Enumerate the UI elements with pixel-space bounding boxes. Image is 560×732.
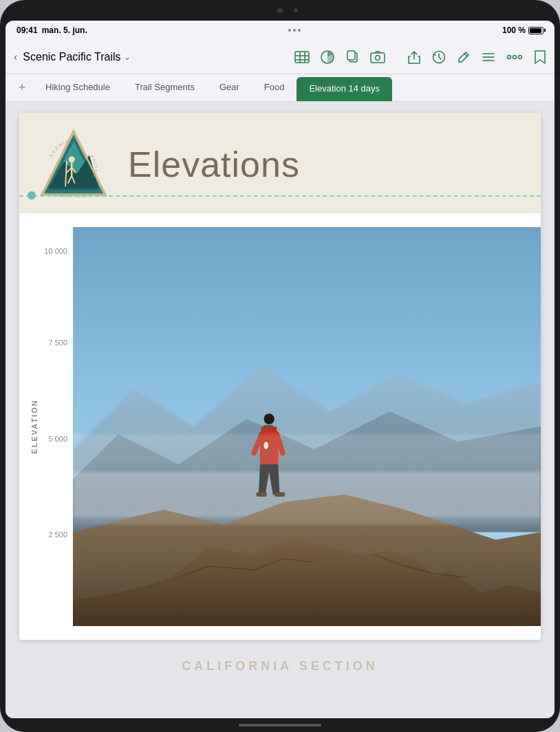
- status-left: 09:41 man. 5. jun.: [17, 25, 87, 35]
- page-container: TRAILS SCENIC PACIFIC: [19, 113, 541, 640]
- copy-icon[interactable]: [345, 50, 359, 64]
- dropdown-icon[interactable]: ⌄: [124, 52, 131, 62]
- tab-food[interactable]: Food: [252, 74, 297, 101]
- svg-rect-7: [347, 51, 355, 60]
- more-icon[interactable]: [506, 54, 523, 60]
- doc-title: Scenic Pacific Trails ⌄: [23, 51, 130, 63]
- battery-fill: [530, 28, 541, 33]
- tabs-bar: + Hiking Schedule Trail Segments Gear Fo…: [6, 74, 554, 102]
- status-bar: 09:41 man. 5. jun. 100 %: [6, 21, 554, 40]
- main-content[interactable]: TRAILS SCENIC PACIFIC: [6, 102, 554, 718]
- home-indicator[interactable]: [239, 724, 321, 726]
- tab-elevation-14-days[interactable]: Elevation 14 days: [297, 77, 392, 101]
- ipad-screen: 09:41 man. 5. jun. 100 % ‹ Scenic Pacifi…: [6, 21, 554, 718]
- svg-rect-8: [371, 53, 385, 63]
- dashed-line: [19, 195, 541, 197]
- logo-container: TRAILS SCENIC PACIFIC: [36, 127, 111, 202]
- bookmark-icon[interactable]: [534, 50, 546, 65]
- chart-icon[interactable]: [321, 50, 334, 64]
- history-icon[interactable]: [432, 50, 446, 64]
- svg-point-9: [376, 55, 380, 60]
- time: 09:41: [17, 25, 38, 35]
- add-tab-button[interactable]: +: [11, 74, 33, 101]
- toolbar-icons: [294, 50, 546, 65]
- date: man. 5. jun.: [42, 25, 87, 35]
- page-title: Elevations: [128, 144, 300, 185]
- share-icon[interactable]: [407, 50, 421, 65]
- battery-percent: 100 %: [502, 25, 526, 35]
- svg-rect-44: [73, 434, 541, 525]
- faceid-dot: [294, 8, 298, 12]
- pencil-icon[interactable]: [457, 50, 471, 64]
- svg-point-17: [519, 55, 522, 58]
- svg-point-39: [263, 413, 274, 424]
- doc-title-text: Scenic Pacific Trails: [23, 51, 120, 63]
- y-axis: ELEVATION 10 000 7 500 5 000 2 500: [25, 227, 73, 626]
- ipad-frame: 09:41 man. 5. jun. 100 % ‹ Scenic Pacifi…: [0, 0, 560, 732]
- photo-icon[interactable]: [370, 51, 385, 63]
- chart-area: ELEVATION 10 000 7 500 5 000 2 500: [19, 213, 541, 640]
- svg-rect-0: [295, 52, 309, 63]
- status-right: 100 %: [502, 25, 543, 35]
- toolbar: ‹ Scenic Pacific Trails ⌄: [6, 40, 554, 74]
- svg-point-15: [508, 55, 511, 58]
- y-tick-10000: 10 000: [44, 247, 67, 255]
- tab-trail-segments[interactable]: Trail Segments: [122, 74, 207, 101]
- table-icon[interactable]: [294, 51, 310, 63]
- top-bar: [0, 0, 560, 21]
- y-axis-label: ELEVATION: [30, 399, 39, 453]
- bottom-section-text: CALIFORNIA SECTION: [6, 651, 554, 682]
- back-chevron-icon: ‹: [14, 51, 17, 63]
- lines-icon[interactable]: [482, 51, 495, 63]
- page-header: TRAILS SCENIC PACIFIC: [19, 113, 541, 213]
- svg-point-22: [69, 156, 75, 162]
- camera-dot: [277, 8, 283, 13]
- y-tick-7500: 7 500: [48, 338, 67, 347]
- page-title-text: Elevations: [128, 144, 300, 184]
- svg-line-11: [464, 54, 467, 56]
- battery-icon: [528, 27, 543, 34]
- back-button[interactable]: ‹: [14, 51, 17, 63]
- mountain-photo: [73, 227, 541, 626]
- status-center: [288, 29, 301, 32]
- tab-gear[interactable]: Gear: [207, 74, 252, 101]
- y-tick-5000: 5 000: [48, 435, 67, 443]
- svg-point-16: [513, 55, 517, 58]
- y-tick-2500: 2 500: [48, 530, 67, 539]
- chart-content: [73, 227, 541, 626]
- dashed-dot: [28, 191, 36, 200]
- tab-hiking-schedule[interactable]: Hiking Schedule: [33, 74, 122, 101]
